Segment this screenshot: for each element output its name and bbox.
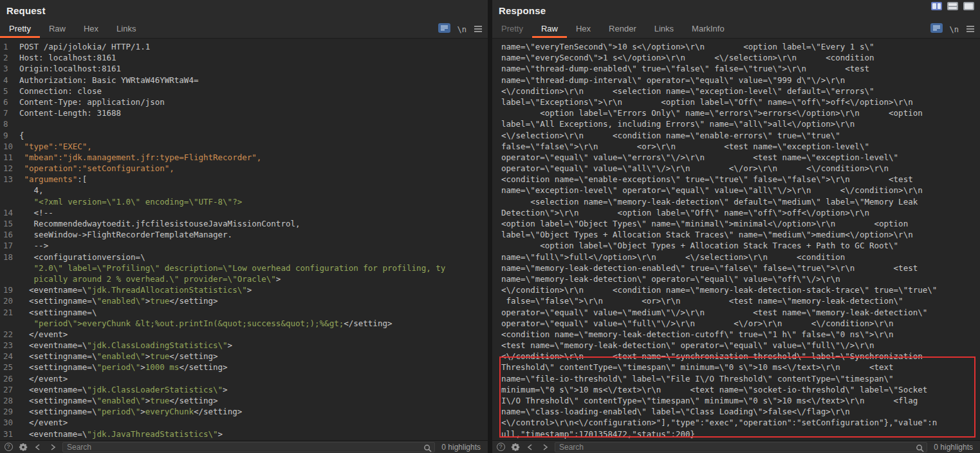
next-match-button[interactable]: [540, 442, 550, 452]
code-line: 4,: [19, 185, 488, 196]
code-line: name=\"memory-leak-detection-enabled\" t…: [501, 263, 980, 273]
linefeed-toggle[interactable]: \n: [950, 25, 959, 34]
tab-pretty[interactable]: Pretty: [492, 21, 532, 38]
request-search-field[interactable]: [62, 442, 435, 452]
prev-match-button[interactable]: [33, 442, 43, 452]
request-line-numbers: 12345678910111213 1415161718 192021 2223…: [0, 41, 19, 440]
line-number: [3, 196, 19, 207]
code-line: <\/condition>\r\n <text name=\"synchroni…: [501, 351, 980, 362]
line-number: 12: [3, 163, 19, 174]
linefeed-toggle[interactable]: \n: [458, 25, 467, 34]
code-line: "type":"EXEC",: [19, 141, 488, 152]
request-search-input[interactable]: [67, 443, 420, 452]
tab-raw[interactable]: Raw: [40, 21, 75, 38]
code-line: "period\">everyChunk &lt;%out.printIn(&q…: [19, 318, 488, 329]
next-match-button[interactable]: [48, 442, 58, 452]
response-search-field[interactable]: [555, 442, 927, 452]
code-line: "<?xml version=\"1.0\" encoding=\"UTF-8\…: [19, 196, 488, 207]
line-number: 7: [3, 107, 19, 118]
code-line: "operation":"setConfiguration",: [19, 163, 488, 174]
code-line: false=\"false\">\r\n <or>\r\n <test name…: [501, 141, 980, 152]
layout-single-button[interactable]: [963, 2, 974, 10]
tab-render[interactable]: Render: [600, 21, 645, 38]
code-line: </event>: [19, 329, 488, 340]
tab-links[interactable]: Links: [107, 21, 145, 38]
code-line: <settingname=\"enabled\">true</setting>: [19, 439, 488, 440]
line-number: 21: [3, 307, 19, 318]
code-line: <settingname=\"period\">everyChunk</sett…: [19, 406, 488, 417]
line-number: 19: [3, 284, 19, 295]
help-icon[interactable]: ?: [495, 442, 506, 452]
editor-menu-icon[interactable]: [474, 24, 483, 35]
code-line: <eventname=\"jdk.ThreadAllocationStatist…: [19, 284, 488, 295]
tab-pretty[interactable]: Pretty: [0, 21, 40, 38]
code-line: Content-Length: 31688: [19, 107, 488, 118]
code-line: <settingname=\"period\">1000 ms</setting…: [19, 362, 488, 373]
code-line: operator=\"equal\" value=\"errors\"\/>\r…: [501, 152, 980, 163]
code-line: <option label=\"Errors Only\" name=\"err…: [501, 107, 980, 118]
layout-rows-button[interactable]: [947, 2, 958, 10]
code-line: </event>: [19, 417, 488, 428]
request-editor[interactable]: 12345678910111213 1415161718 192021 2223…: [0, 39, 488, 440]
code-line: Authorization: Basic YWRtaW46YWRtaW4=: [19, 75, 488, 86]
help-icon[interactable]: ?: [3, 442, 14, 452]
tab-hex[interactable]: Hex: [75, 21, 107, 38]
code-line: Host: localhost:8161: [19, 52, 488, 63]
line-number: 4: [3, 75, 19, 86]
editor-menu-icon[interactable]: [966, 24, 975, 35]
code-line: operator=\"equal\" value=\"all\"\/>\r\n …: [501, 163, 980, 174]
code-line: <\/control>\r\n<\/configuration>"],"type…: [501, 417, 980, 428]
code-line: Connection: close: [19, 86, 488, 97]
code-line: <eventname=\"jdk.ClassLoaderStatistics\"…: [19, 384, 488, 395]
line-number: 14: [3, 207, 19, 218]
code-line: <option label=\"Object Types + Allocatio…: [501, 240, 980, 251]
code-line: name=\"everyTenSecond\">10 s<\/option>\r…: [501, 41, 980, 52]
code-line: </event>: [19, 373, 488, 384]
line-number: 24: [3, 351, 19, 362]
line-number: 3: [3, 63, 19, 74]
code-line: <\/selection>\r\n <condition name=\"enab…: [501, 130, 980, 141]
search-settings-gear-icon[interactable]: [18, 442, 28, 452]
line-number: 17: [3, 240, 19, 251]
word-wrap-icon[interactable]: [438, 23, 450, 35]
code-line: [19, 118, 488, 129]
code-line: {: [19, 130, 488, 141]
word-wrap-icon[interactable]: [930, 23, 943, 35]
tab-hex[interactable]: Hex: [567, 21, 600, 38]
line-number: 29: [3, 406, 19, 417]
code-line: <condition name=\"memory-leak-detection-…: [501, 329, 980, 340]
search-settings-gear-icon[interactable]: [510, 442, 521, 452]
code-line: label=\"Object Types + Allocation Stack …: [501, 229, 980, 240]
code-line: <settingname=\"enabled\">true</setting>: [19, 395, 488, 406]
line-number: 10: [3, 141, 19, 152]
request-search-bar: ? 0 highlights: [0, 440, 488, 453]
line-number: [3, 263, 19, 273]
line-number: 13: [3, 174, 19, 185]
tab-markinfo[interactable]: MarkInfo: [683, 21, 734, 38]
code-line: <\/condition>\r\n <condition name=\"memo…: [501, 284, 980, 295]
layout-columns-button[interactable]: [931, 2, 942, 10]
code-line: operator=\"equal\" value=\"medium\"\/>\r…: [501, 307, 980, 318]
line-number: 9: [3, 130, 19, 141]
response-search-input[interactable]: [559, 443, 912, 452]
line-number: 8: [3, 118, 19, 129]
request-header: Request: [0, 0, 488, 21]
response-tabbar: PrettyRawHexRenderLinksMarkInfo \n: [492, 21, 980, 39]
request-tabbar: PrettyRawHexLinks \n: [0, 21, 488, 39]
prev-match-button[interactable]: [525, 442, 535, 452]
code-line: <condition name=\"enable-exceptions\" tr…: [501, 174, 980, 185]
request-editor-tools: \n: [438, 21, 483, 38]
response-header: Response: [492, 0, 980, 21]
panel-divider[interactable]: [488, 0, 492, 453]
line-number: 20: [3, 295, 19, 306]
tab-raw[interactable]: Raw: [532, 21, 567, 38]
response-editor[interactable]: name=\"everyTenSecond\">10 s<\/option>\r…: [492, 39, 980, 440]
request-title: Request: [6, 5, 46, 16]
line-number: 15: [3, 218, 19, 229]
response-panel: Response PrettyRawHexRenderLinksMarkInfo…: [492, 0, 980, 453]
code-line: name=\"full\">full<\/option>\r\n <\/sele…: [501, 252, 980, 263]
line-number: 28: [3, 395, 19, 406]
code-line: name=\"everySecond\">1 s<\/option>\r\n <…: [501, 52, 980, 63]
code-line: name=\"exception-level\" operator=\"equa…: [501, 185, 980, 196]
tab-links[interactable]: Links: [645, 21, 683, 38]
